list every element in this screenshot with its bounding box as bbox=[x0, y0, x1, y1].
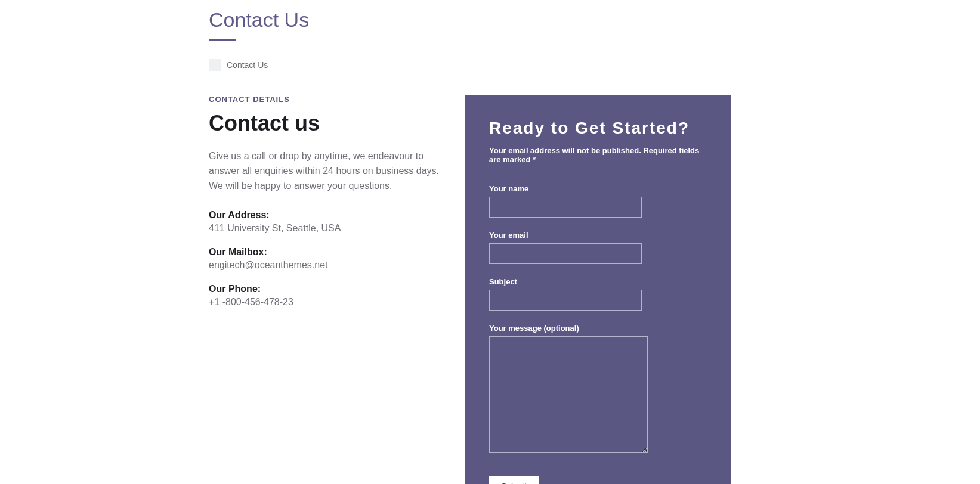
breadcrumb: Contact Us bbox=[209, 59, 731, 71]
email-label: Your email bbox=[489, 231, 707, 240]
name-input[interactable] bbox=[489, 197, 642, 218]
contact-details-panel: CONTACT DETAILS Contact us Give us a cal… bbox=[209, 95, 453, 321]
address-label: Our Address: bbox=[209, 210, 447, 221]
title-underline bbox=[209, 39, 236, 41]
phone-value: +1 -800-456-478-23 bbox=[209, 297, 447, 308]
email-input[interactable] bbox=[489, 243, 642, 264]
form-title: Ready to Get Started? bbox=[489, 119, 707, 138]
mailbox-value: engitech@oceanthemes.net bbox=[209, 260, 447, 271]
contact-form-panel: Ready to Get Started? Your email address… bbox=[465, 95, 731, 484]
breadcrumb-text: Contact Us bbox=[227, 60, 268, 70]
contact-intro-text: Give us a call or drop by anytime, we en… bbox=[209, 149, 447, 193]
email-field: Your email bbox=[489, 231, 707, 264]
name-label: Your name bbox=[489, 184, 707, 193]
page-title: Contact Us bbox=[209, 8, 731, 32]
form-note: Your email address will not be published… bbox=[489, 146, 707, 164]
home-icon[interactable] bbox=[209, 59, 221, 71]
subject-label: Subject bbox=[489, 277, 707, 286]
contact-us-heading: Contact us bbox=[209, 111, 447, 136]
message-field: Your message (optional) bbox=[489, 324, 707, 455]
address-value: 411 University St, Seattle, USA bbox=[209, 223, 447, 234]
mailbox-block: Our Mailbox: engitech@oceanthemes.net bbox=[209, 247, 447, 271]
phone-block: Our Phone: +1 -800-456-478-23 bbox=[209, 284, 447, 308]
message-label: Your message (optional) bbox=[489, 324, 707, 333]
subject-input[interactable] bbox=[489, 290, 642, 311]
contact-details-subheading: CONTACT DETAILS bbox=[209, 95, 447, 104]
message-input[interactable] bbox=[489, 336, 648, 453]
mailbox-label: Our Mailbox: bbox=[209, 247, 447, 257]
name-field: Your name bbox=[489, 184, 707, 218]
phone-label: Our Phone: bbox=[209, 284, 447, 294]
address-block: Our Address: 411 University St, Seattle,… bbox=[209, 210, 447, 234]
subject-field: Subject bbox=[489, 277, 707, 311]
submit-button[interactable]: Submit bbox=[489, 476, 539, 484]
